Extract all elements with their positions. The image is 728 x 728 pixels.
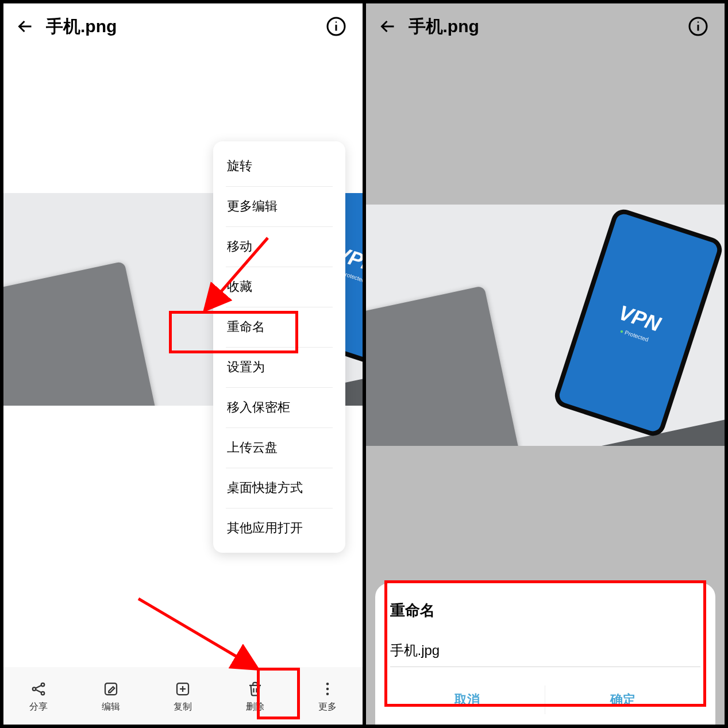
- svg-point-7: [41, 691, 45, 695]
- toolbar-copy-label: 复制: [174, 701, 192, 713]
- svg-point-17: [326, 687, 329, 690]
- file-title: 手机.png: [409, 15, 479, 38]
- photo-preview: VPN Protected: [366, 205, 725, 446]
- svg-line-8: [36, 685, 41, 688]
- right-panel: 手机.png VPN Protected 重命名 取消 确定: [366, 3, 725, 725]
- svg-point-6: [41, 683, 45, 686]
- svg-line-9: [36, 690, 41, 692]
- copy-icon: [174, 679, 191, 699]
- annotation-arrow-to-more: [133, 593, 259, 673]
- menu-item-rotate[interactable]: 旋转: [213, 146, 345, 186]
- info-button[interactable]: [319, 9, 353, 44]
- toolbar-more-button[interactable]: 更多: [296, 667, 359, 725]
- info-icon: [326, 16, 346, 37]
- menu-item-home-shortcut[interactable]: 桌面快捷方式: [213, 468, 345, 508]
- toolbar-copy-button[interactable]: 复制: [151, 667, 214, 725]
- menu-item-favorite[interactable]: 收藏: [213, 267, 345, 307]
- svg-point-16: [326, 683, 329, 685]
- file-title: 手机.png: [46, 15, 117, 38]
- back-button[interactable]: [8, 9, 43, 44]
- annotation-highlight-more-button: [257, 668, 300, 719]
- toolbar-share-label: 分享: [29, 701, 48, 713]
- menu-item-move-to-safe[interactable]: 移入保密柜: [213, 387, 345, 427]
- svg-point-18: [326, 692, 329, 695]
- share-icon: [30, 679, 47, 699]
- back-arrow-icon: [15, 16, 36, 37]
- toolbar-edit-button[interactable]: 编辑: [79, 667, 142, 725]
- left-header: 手机.png: [3, 3, 363, 49]
- left-panel: 手机.png VPN Protected 旋转 更多编辑 移动 收藏 重命名 设…: [3, 3, 363, 725]
- svg-line-4: [138, 599, 251, 665]
- toolbar-edit-label: 编辑: [102, 701, 120, 713]
- back-button[interactable]: [371, 9, 405, 44]
- info-icon: [688, 16, 708, 37]
- menu-item-more-edit[interactable]: 更多编辑: [213, 186, 345, 226]
- back-arrow-icon: [378, 16, 398, 37]
- menu-item-upload-cloud[interactable]: 上传云盘: [213, 427, 345, 468]
- menu-item-open-with[interactable]: 其他应用打开: [213, 508, 345, 548]
- svg-point-2: [335, 21, 336, 22]
- annotation-highlight-rename: [169, 311, 298, 353]
- right-header: 手机.png: [366, 3, 725, 49]
- menu-item-move[interactable]: 移动: [213, 226, 345, 267]
- svg-point-5: [33, 687, 36, 691]
- toolbar-share-button[interactable]: 分享: [7, 667, 70, 725]
- edit-icon: [102, 679, 120, 699]
- bottom-toolbar: 分享 编辑 复制 删除: [3, 667, 363, 725]
- toolbar-more-label: 更多: [318, 701, 337, 713]
- annotation-highlight-dialog: [384, 580, 707, 707]
- info-button[interactable]: [681, 9, 715, 44]
- svg-point-21: [698, 21, 699, 22]
- more-vertical-icon: [319, 679, 336, 699]
